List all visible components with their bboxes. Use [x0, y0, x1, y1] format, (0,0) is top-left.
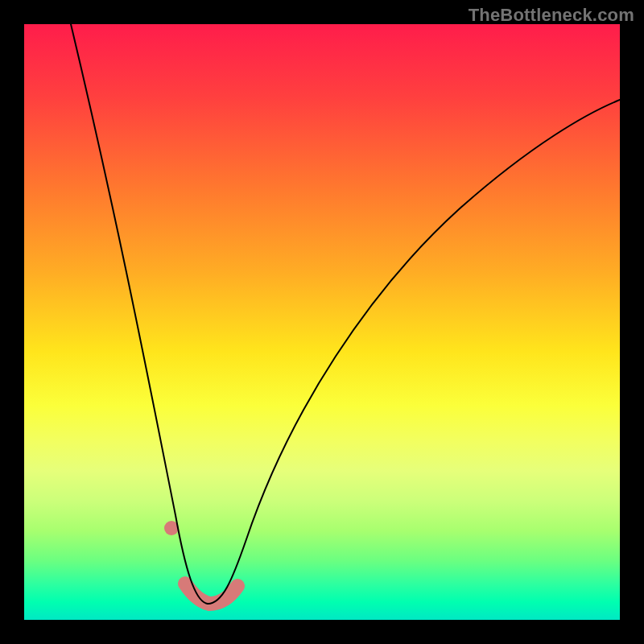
plot-area [24, 24, 620, 620]
bottleneck-curve [71, 24, 620, 604]
watermark-text: TheBottleneck.com [469, 5, 634, 26]
chart-frame: TheBottleneck.com [0, 0, 644, 644]
curve-svg [24, 24, 620, 620]
